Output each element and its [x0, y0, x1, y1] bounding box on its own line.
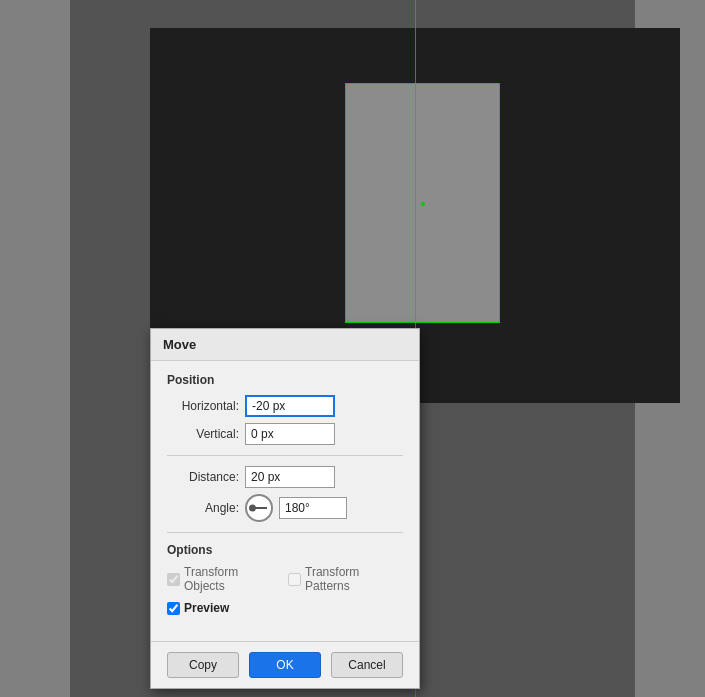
- angle-dial[interactable]: [245, 494, 273, 522]
- preview-row: Preview: [167, 601, 403, 615]
- transform-objects-checkbox-label[interactable]: Transform Objects: [167, 565, 278, 593]
- move-dialog: Move Position Horizontal: Vertical: Dist…: [150, 328, 420, 689]
- transform-objects-checkbox[interactable]: [167, 573, 180, 586]
- options-label: Options: [167, 543, 403, 557]
- options-section: Options Transform Objects Transform Patt…: [167, 543, 403, 593]
- horizontal-input[interactable]: [245, 395, 335, 417]
- divider-2: [167, 532, 403, 533]
- copy-button[interactable]: Copy: [167, 652, 239, 678]
- angle-input[interactable]: [279, 497, 347, 519]
- angle-row: Angle:: [167, 494, 403, 522]
- divider-1: [167, 455, 403, 456]
- distance-label: Distance:: [167, 470, 239, 484]
- vertical-label: Vertical:: [167, 427, 239, 441]
- left-sidebar: [0, 0, 70, 697]
- distance-row: Distance:: [167, 466, 403, 488]
- vertical-input[interactable]: [245, 423, 335, 445]
- cancel-button[interactable]: Cancel: [331, 652, 403, 678]
- transform-patterns-checkbox-label[interactable]: Transform Patterns: [288, 565, 403, 593]
- position-section-label: Position: [167, 373, 403, 387]
- horizontal-label: Horizontal:: [167, 399, 239, 413]
- vertical-row: Vertical:: [167, 423, 403, 445]
- horizontal-row: Horizontal:: [167, 395, 403, 417]
- dialog-title: Move: [151, 329, 419, 361]
- preview-checkbox[interactable]: [167, 602, 180, 615]
- transform-patterns-checkbox[interactable]: [288, 573, 301, 586]
- preview-label: Preview: [184, 601, 229, 615]
- transform-patterns-label: Transform Patterns: [305, 565, 403, 593]
- transform-objects-label: Transform Objects: [184, 565, 278, 593]
- ok-button[interactable]: OK: [249, 652, 321, 678]
- dialog-body: Position Horizontal: Vertical: Distance:…: [151, 361, 419, 641]
- button-row: Copy OK Cancel: [151, 641, 419, 688]
- distance-input[interactable]: [245, 466, 335, 488]
- center-point: [421, 202, 425, 206]
- options-checkboxes-row: Transform Objects Transform Patterns: [167, 565, 403, 593]
- angle-label: Angle:: [167, 501, 239, 515]
